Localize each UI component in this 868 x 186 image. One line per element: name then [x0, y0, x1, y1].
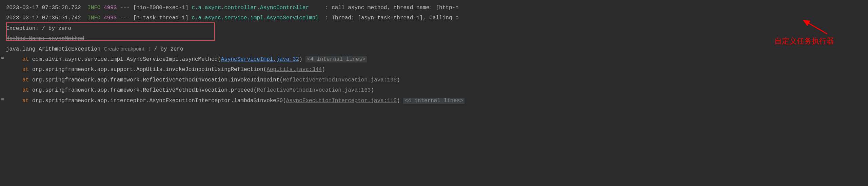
timestamp: 2023-03-17 07:35:31.742 [6, 15, 81, 21]
exception-suffix: : / by zero [144, 46, 183, 52]
stack-frame: ⊞ at org.springframework.aop.interceptor… [6, 96, 868, 106]
source-link[interactable]: AopUtils.java:344 [267, 67, 322, 73]
internal-lines-toggle[interactable]: <4 internal lines> [403, 98, 465, 104]
separator: --- [120, 5, 130, 11]
create-breakpoint-button[interactable]: Create breakpoint [104, 46, 144, 52]
at-keyword: at [22, 98, 29, 104]
log-entry: 2023-03-17 07:35:31.742 INFO 4993 --- [n… [6, 13, 868, 23]
at-keyword: at [22, 77, 29, 83]
source-link[interactable]: AsyncExecutionInterceptor.java:115 [286, 98, 397, 104]
stack-frame: at org.springframework.aop.framework.Ref… [6, 85, 868, 95]
expand-icon[interactable]: ⊞ [1, 54, 4, 62]
svg-line-1 [804, 20, 827, 34]
stack-method: org.springframework.aop.support.AopUtils… [32, 67, 267, 73]
log-panel: 2023-03-17 07:35:28.732 INFO 4993 --- [n… [0, 0, 868, 106]
at-keyword: at [22, 87, 29, 93]
source-link[interactable]: AsyncServiceImpl.java:32 [221, 56, 299, 62]
stack-method: org.springframework.aop.framework.Reflec… [32, 87, 257, 93]
log-level: INFO [87, 5, 100, 11]
log-entry: 2023-03-17 07:35:28.732 INFO 4993 --- [n… [6, 3, 868, 13]
pid: 4993 [104, 15, 117, 21]
internal-lines-toggle[interactable]: <4 internal lines> [305, 56, 367, 62]
stack-method: org.springframework.aop.interceptor.Asyn… [32, 98, 286, 104]
source-link[interactable]: ReflectiveMethodInvocation.java:163 [257, 87, 371, 93]
annotation-label: 自定义任务执行器 [774, 34, 834, 48]
stack-method: org.springframework.aop.framework.Reflec… [32, 77, 283, 83]
source-link[interactable]: ReflectiveMethodInvocation.java:198 [283, 77, 397, 83]
stack-frame: at org.springframework.aop.framework.Ref… [6, 75, 868, 85]
separator: --- [120, 15, 130, 21]
logger-name: c.a.async.service.impl.AsyncServiceImpl [192, 15, 318, 21]
log-msg: : Thread: [asyn-task-thread-1], Calling … [325, 15, 459, 21]
stack-method: com.alvin.async.service.impl.AsyncServic… [32, 56, 221, 62]
stack-frame: ⊞ at com.alvin.async.service.impl.AsyncS… [6, 54, 868, 64]
thread-name: [nio-8080-exec-1] [133, 5, 189, 11]
log-level: INFO [87, 15, 100, 21]
at-keyword: at [22, 56, 29, 62]
exception-package: java.lang. [6, 46, 39, 52]
expand-icon[interactable]: ⊞ [1, 96, 4, 104]
stack-frame: at org.springframework.aop.support.AopUt… [6, 64, 868, 75]
exception-class-line: java.lang.ArithmeticException Create bre… [6, 44, 868, 54]
logger-name: c.a.async.controller.AsyncController [192, 5, 309, 11]
at-keyword: at [22, 67, 29, 73]
method-name-line: Method Name: asyncMethod [6, 34, 868, 44]
pid: 4993 [104, 5, 117, 11]
thread-name: [n-task-thread-1] [133, 15, 189, 21]
timestamp: 2023-03-17 07:35:28.732 [6, 5, 81, 11]
exception-class-link[interactable]: ArithmeticException [39, 46, 100, 52]
log-msg: : call async method, thread name: [http-… [325, 5, 459, 11]
exception-message: Exception: / by zero [6, 23, 868, 34]
